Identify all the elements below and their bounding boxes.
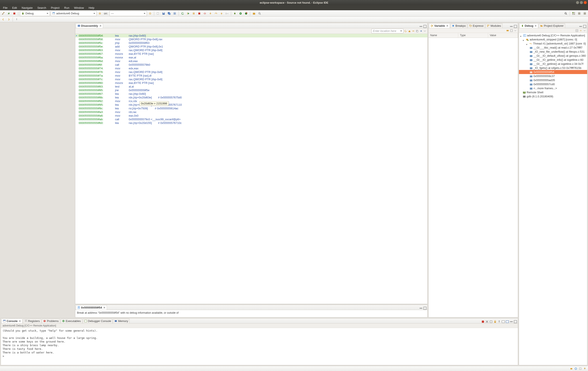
tab-debug[interactable]: Debug ✕ [520, 23, 538, 28]
debug-tree-thread[interactable]: Thread #1 [adventurev6_str] 1887 [core: … [519, 42, 587, 45]
menu-help[interactable]: Help [86, 6, 96, 10]
resume-icon[interactable] [186, 11, 190, 16]
remove-launch-icon[interactable] [485, 320, 489, 323]
profile-dropdown-icon[interactable] [244, 11, 248, 16]
terminate-icon-2[interactable] [197, 11, 202, 16]
stack-frame-more[interactable]: <...more frames...> [519, 86, 587, 90]
disasm-row[interactable]: 0000555555559f80:movzxeax,BYTE PTR [rax] [75, 81, 427, 85]
minimize-view-icon[interactable] [510, 320, 513, 323]
tab-console[interactable]: Console✕ [1, 319, 22, 323]
hammer-build-icon[interactable] [1, 11, 6, 16]
menu-window[interactable]: Window [72, 6, 86, 10]
refresh-icon[interactable] [404, 29, 407, 33]
disasm-row[interactable]: 0000555555559fab:call0x5555555579c0 <__i… [75, 118, 427, 121]
step-return-icon[interactable] [219, 11, 224, 16]
collapse-all-icon[interactable] [575, 29, 578, 32]
disconnect-icon[interactable] [202, 11, 207, 16]
terminate-icon[interactable] [12, 11, 17, 16]
save-icon[interactable] [161, 11, 166, 16]
debug-tree-body[interactable]: cadventure6 Debug [C/C++ Remote Applicat… [519, 33, 587, 365]
disasm-row[interactable]: 0000555555559f63:movrax,QWORD PTR [rbp-0… [75, 48, 427, 52]
maximize-view-icon[interactable] [514, 320, 517, 323]
disasm-row[interactable]: 0000555555559f7a:movBYTE PTR [rax],dl [75, 74, 427, 77]
close-icon[interactable]: ✕ [19, 320, 21, 323]
status-tip-icon[interactable] [583, 367, 587, 371]
status-updates-icon[interactable] [569, 367, 573, 371]
perspective-debug-icon[interactable] [571, 11, 576, 16]
tab-breakpoints[interactable]: Breakpo [450, 23, 467, 28]
view-menu-icon[interactable] [514, 29, 517, 32]
run-dropdown-icon[interactable] [238, 11, 243, 16]
terminate-icon[interactable] [481, 320, 484, 323]
disasm-row[interactable]: 0000555555559f74:movedx,eax [75, 66, 427, 70]
tab-expressions[interactable]: f(x)Expressi [468, 23, 485, 28]
disasm-row[interactable]: 0000555555559fa3:movrdi,rax [75, 110, 427, 114]
disasm-row[interactable]: 0000555555559f6f:call0x5555555579b0 [75, 63, 427, 66]
restart-icon[interactable] [180, 11, 185, 16]
perspective-other-icon[interactable] [582, 11, 587, 16]
menu-navigate[interactable]: Navigate [20, 6, 35, 10]
quick-access-search-icon[interactable] [563, 11, 568, 16]
clear-console-icon[interactable] [489, 320, 493, 323]
tab-disassembly[interactable]: Disassembly ✕ [76, 23, 103, 28]
forward-history-icon[interactable] [6, 17, 11, 22]
disasm-row[interactable]: 0000555555559f7c:movrax,QWORD PTR [rbp-0… [75, 77, 427, 81]
col-value[interactable]: Value [488, 33, 518, 38]
tab-registers[interactable]: 1010Registers [23, 319, 41, 323]
maximize-view-icon[interactable] [583, 25, 586, 28]
disasm-row[interactable]: 0000555555559f8b:leardx,[rip+0x20d63e] #… [75, 96, 427, 99]
debug-view-menu-icon[interactable] [583, 29, 586, 32]
stack-frame[interactable]: 0x55555555ad35 [519, 78, 587, 82]
scroll-lock-icon[interactable] [494, 320, 497, 323]
stack-frame[interactable]: __GI__IO_default_uflow() at genops.c:380 [519, 54, 587, 58]
stack-frame[interactable]: __GI___libc_read() at read.c:27 0x7ffff7 [519, 45, 587, 50]
launch-mode-combo[interactable]: Debug [20, 11, 50, 16]
open-type-icon[interactable] [252, 11, 256, 16]
variables-body[interactable] [429, 38, 518, 317]
launch-config-gear-icon[interactable] [97, 11, 102, 16]
back-history-icon[interactable] [1, 17, 6, 22]
tab-modules[interactable]: Modules [485, 23, 503, 28]
window-close-button[interactable] [584, 1, 587, 4]
link-icon[interactable] [579, 29, 582, 32]
tab-debugger-console[interactable]: Debugger Console [83, 319, 113, 323]
disasm-row[interactable]: 0000555555559f6d:movedi,eax [75, 59, 427, 63]
location-input[interactable]: Enter location here [371, 29, 403, 33]
maximize-view-icon[interactable] [423, 25, 427, 28]
home-icon[interactable] [408, 29, 411, 33]
disasm-row[interactable]: 0000555555559f87:learax,[rbp-0x60] [75, 92, 427, 96]
suspend-icon[interactable] [191, 11, 196, 16]
debug-tree-root[interactable]: cadventure6 Debug [C/C++ Remote Applicat… [519, 33, 587, 37]
disasm-row[interactable]: 0000555555559f95:leardx,[rip+0x20d174] #… [75, 103, 427, 107]
status-overview-icon[interactable] [578, 367, 582, 371]
col-name[interactable]: Name [429, 33, 458, 38]
maximize-view-icon[interactable] [514, 25, 517, 28]
disasm-row[interactable]: 0000555555559f58:movQWORD PTR [rbp-0x8],… [75, 37, 427, 41]
editor-body[interactable]: Break at address "0x555555559f54" with n… [75, 310, 427, 317]
remote-shell-node[interactable]: >Remote Shell [519, 90, 587, 94]
window-minimize-button[interactable] [576, 1, 579, 4]
tab-project-explorer[interactable]: Project Explorer [539, 23, 565, 28]
close-icon[interactable]: ✕ [103, 306, 105, 309]
close-icon[interactable]: ✕ [535, 24, 537, 27]
menu-run[interactable]: Run [62, 6, 71, 10]
disasm-row[interactable]: 0000555555559f54:learax,[rbp-0x60] [75, 34, 427, 37]
stack-frame[interactable]: _IO_fgets() at iofgets.c:53 0x7ffff7615b [519, 66, 587, 70]
close-icon[interactable]: ✕ [446, 24, 448, 27]
disasm-row[interactable]: 0000555555559f5e:addQWORD PTR [rbp-0x8],… [75, 45, 427, 48]
disasm-row[interactable]: 0000555555559f6a:movsxeax,al [75, 56, 427, 59]
stack-frame[interactable]: 0x555555557cd0 [519, 82, 587, 86]
launch-config-combo[interactable]: adventure6 Debug [51, 11, 97, 16]
new-menu-icon[interactable] [156, 11, 160, 16]
tab-executables[interactable]: Executables [61, 319, 82, 323]
col-type[interactable]: Type [458, 33, 488, 38]
view-menu-icon[interactable] [423, 29, 427, 33]
disasm-row[interactable]: 0000555555559f83:testal,al [75, 85, 427, 88]
link-icon[interactable] [412, 29, 415, 33]
disassembly-body[interactable]: 0000555555559f54:learax,[rbp-0x60]000055… [75, 34, 427, 304]
save-all-icon[interactable] [167, 11, 171, 16]
minimize-view-icon[interactable] [419, 306, 422, 310]
step-over-icon[interactable] [214, 11, 218, 16]
step-into-icon[interactable] [208, 11, 213, 16]
target-gear-icon[interactable] [148, 11, 152, 16]
